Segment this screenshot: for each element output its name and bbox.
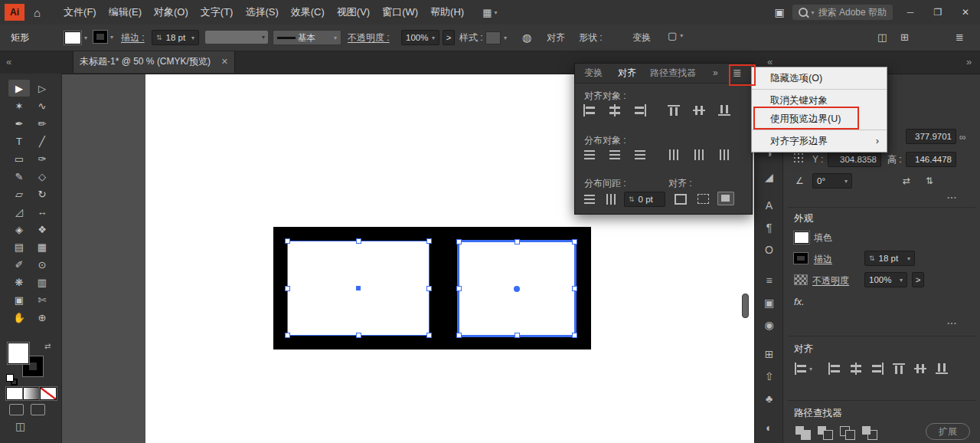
tool-rotate[interactable]: ↻ <box>31 185 53 202</box>
tool-slice[interactable]: ✄ <box>31 291 53 308</box>
gradient-mode-button[interactable] <box>23 387 40 400</box>
pathfinder-unite-button[interactable] <box>794 425 812 440</box>
tool-shape-builder[interactable]: ❖ <box>31 221 53 238</box>
selection-handle[interactable] <box>426 333 432 338</box>
stepper-icon[interactable]: ⇅ <box>156 34 162 41</box>
expand-button[interactable]: 扩展 <box>926 423 970 440</box>
opacity-label[interactable]: 不透明度 <box>812 273 849 288</box>
menu-effect[interactable]: 效果(C) <box>285 0 331 25</box>
selection-handle[interactable] <box>572 286 577 291</box>
stepper-icon[interactable]: ⇅ <box>629 195 635 203</box>
document-grid-icon[interactable]: ◫ <box>877 30 887 45</box>
align-vertical-center-button[interactable] <box>912 362 929 376</box>
align-horizontal-center-button[interactable] <box>848 362 864 376</box>
character-panel-icon[interactable]: A <box>755 197 783 214</box>
none-mode-button[interactable] <box>40 387 57 400</box>
stroke-label[interactable]: 描边 <box>814 251 832 267</box>
height-field[interactable]: 146.4478 <box>906 152 956 167</box>
selection-handle[interactable] <box>456 286 462 291</box>
tool-pencil[interactable]: ✎ <box>8 168 30 185</box>
appearance-panel-icon[interactable]: ▣ <box>755 294 783 311</box>
home-icon[interactable]: ⌂ <box>34 6 41 19</box>
key-object-rectangle-shape[interactable] <box>457 240 577 337</box>
document-tab[interactable]: 未标题-1* @ 50 % (CMYK/预览) ✕ <box>73 51 235 73</box>
symbols-panel-icon[interactable]: ♣ <box>755 390 783 407</box>
selection-handle[interactable] <box>456 239 462 244</box>
opacity-label[interactable]: 不透明度 : <box>348 30 390 45</box>
menu-window[interactable]: 窗口(W) <box>376 0 424 25</box>
tool-curvature[interactable]: ✏ <box>31 115 53 132</box>
artboard-grid-icon[interactable]: ⊞ <box>900 30 909 45</box>
menu-help[interactable]: 帮助(H) <box>424 0 470 25</box>
tool-hand[interactable]: ✋ <box>8 309 30 326</box>
stroke-swatch[interactable] <box>794 253 808 264</box>
tab-close-icon[interactable]: ✕ <box>221 57 228 67</box>
y-field[interactable]: 304.8358 <box>828 152 881 167</box>
tool-selection[interactable]: ▶ <box>8 80 30 97</box>
tool-blend[interactable]: ⊙ <box>31 256 53 273</box>
fill-swatch[interactable] <box>794 231 809 244</box>
align-left-button[interactable] <box>826 362 843 376</box>
selection-handle[interactable] <box>285 286 290 291</box>
dock-collapse-icon[interactable]: » <box>966 51 972 74</box>
tab-transform[interactable]: 变换 <box>584 64 603 83</box>
align-top-button[interactable] <box>890 362 907 376</box>
align-vertical-center-button[interactable] <box>691 103 707 117</box>
screen-mode-button[interactable]: ◫ <box>15 420 25 432</box>
opacity-more-button[interactable]: > <box>912 272 924 287</box>
rotation-select[interactable]: 0° ▾ <box>812 173 852 189</box>
draw-behind-button[interactable] <box>31 404 45 415</box>
help-search[interactable]: ▾ 搜索 Adobe 帮助 <box>792 5 893 20</box>
control-bar-menu-icon[interactable]: ≣ <box>956 30 964 45</box>
align-to-key-object-button[interactable] <box>717 192 734 205</box>
selection-handle[interactable] <box>285 333 290 338</box>
transform-link-label[interactable]: 变换 <box>632 30 651 45</box>
stroke-weight-field[interactable]: ⇅ 18 pt ▾ <box>152 30 199 45</box>
minimize-button[interactable]: ─ <box>900 0 920 25</box>
artboards-panel-icon[interactable]: ⊞ <box>755 346 783 363</box>
tool-eraser[interactable]: ▱ <box>8 185 30 202</box>
link-dimensions-icon[interactable]: ∞ <box>959 132 966 143</box>
selection-handle[interactable] <box>356 333 361 338</box>
selection-handle[interactable] <box>514 239 520 244</box>
opacity-field[interactable]: 100% ▾ <box>401 30 439 45</box>
shape-widget-dropdown[interactable]: ▢ ▾ <box>668 30 683 41</box>
align-right-button[interactable] <box>632 103 648 117</box>
distribute-left-button[interactable] <box>665 148 682 162</box>
align-horizontal-center-button[interactable] <box>606 103 623 117</box>
stroke-weight-label[interactable]: 描边 : <box>121 30 145 45</box>
maximize-button[interactable]: ❐ <box>928 0 948 25</box>
tool-artboard[interactable]: ▣ <box>8 291 30 308</box>
tool-eyedropper[interactable]: ✐ <box>8 256 30 273</box>
variable-width-profile-dropdown[interactable]: ▾ <box>205 31 268 44</box>
tool-type[interactable]: T <box>8 133 30 149</box>
flip-vertical-icon[interactable]: ⇅ <box>926 173 933 189</box>
fill-color-dropdown[interactable]: ▾ <box>64 31 87 44</box>
tool-zoom[interactable]: ⊕ <box>31 309 53 326</box>
brush-definition-dropdown[interactable]: 基本 ▾ <box>273 30 341 45</box>
tool-paintbrush[interactable]: ✑ <box>31 150 53 167</box>
menu-select[interactable]: 选择(S) <box>239 0 284 25</box>
stroke-panel-icon[interactable]: ≡ <box>755 272 783 289</box>
opentype-panel-icon[interactable]: O <box>755 241 783 258</box>
arrange-documents-icon[interactable]: ▣ <box>774 6 784 18</box>
tool-width[interactable]: ↔ <box>31 203 53 220</box>
distribute-vertical-center-button[interactable] <box>606 148 623 162</box>
tools-collapse-icon[interactable]: « <box>6 51 11 74</box>
color-themes-panel-icon[interactable]: ◐ <box>755 419 783 436</box>
stepper-icon[interactable]: ⇅ <box>869 254 875 262</box>
stroke-weight-field[interactable]: ⇅ 18 pt ▾ <box>864 251 915 266</box>
color-mode-button[interactable] <box>6 387 23 400</box>
fill-label[interactable]: 填色 <box>814 230 832 245</box>
panel-overflow-icon[interactable]: » <box>713 64 718 83</box>
draw-normal-button[interactable] <box>9 404 24 415</box>
tool-mesh[interactable]: ▦ <box>31 238 53 255</box>
reference-point-icon[interactable] <box>794 153 804 163</box>
menu-view[interactable]: 视图(V) <box>331 0 376 25</box>
swap-fill-stroke-icon[interactable]: ⇄ <box>44 342 51 350</box>
pathfinder-intersect-button[interactable] <box>838 425 857 440</box>
tool-line-segment[interactable]: ╱ <box>31 133 53 149</box>
appearance-more-options[interactable]: ... <box>947 316 957 327</box>
selection-handle[interactable] <box>572 239 577 244</box>
tool-direct-selection[interactable]: ▷ <box>31 80 53 97</box>
